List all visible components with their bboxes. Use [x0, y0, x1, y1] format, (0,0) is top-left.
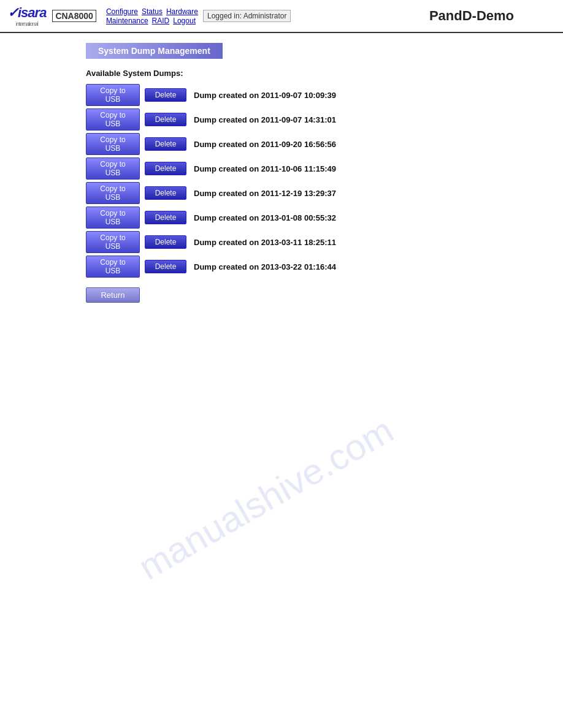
dump-info-5: Dump created on 2011-12-19 13:29:37	[194, 189, 336, 198]
delete-button-7[interactable]: Delete	[145, 235, 186, 249]
dump-row: Copy to USBDeleteDump created on 2011-09…	[86, 108, 477, 131]
dump-info-4: Dump created on 2011-10-06 11:15:49	[194, 164, 336, 173]
device-name: PandD-Demo	[429, 8, 514, 24]
dump-info-2: Dump created on 2011-09-07 14:31:01	[194, 115, 336, 124]
header: ✓isara international CNA8000 Configure S…	[0, 0, 563, 33]
page-title-bar: System Dump Management	[86, 43, 223, 59]
dump-info-6: Dump created on 2013-01-08 00:55:32	[194, 213, 336, 222]
watermark: manualshive.com	[131, 409, 400, 588]
nav-logout[interactable]: Logout	[173, 17, 196, 25]
nav-hardware[interactable]: Hardware	[166, 7, 198, 16]
copy-to-usb-button-7[interactable]: Copy to USB	[86, 231, 140, 253]
return-button[interactable]: Return	[86, 287, 140, 303]
nav-row-1: Configure Status Hardware	[106, 7, 198, 16]
nav-row-2: Maintenance RAID Logout	[106, 17, 198, 25]
international-label: international	[7, 21, 46, 27]
nav-configure[interactable]: Configure	[106, 7, 138, 16]
delete-button-8[interactable]: Delete	[145, 260, 186, 273]
logo-area: ✓isara international CNA8000	[7, 5, 96, 27]
section-label: Available System Dumps:	[86, 69, 477, 78]
cna-model: CNA8000	[52, 10, 96, 22]
copy-to-usb-button-1[interactable]: Copy to USB	[86, 84, 140, 106]
copy-to-usb-button-5[interactable]: Copy to USB	[86, 182, 140, 204]
nav-status[interactable]: Status	[142, 7, 163, 16]
delete-button-1[interactable]: Delete	[145, 88, 186, 102]
delete-button-4[interactable]: Delete	[145, 162, 186, 175]
nav-maintenance[interactable]: Maintenance	[106, 17, 148, 25]
page-title: System Dump Management	[98, 46, 210, 56]
dump-row: Copy to USBDeleteDump created on 2011-09…	[86, 84, 477, 106]
dump-info-3: Dump created on 2011-09-20 16:56:56	[194, 140, 336, 149]
main-content: Available System Dumps: Copy to USBDelet…	[0, 59, 563, 313]
nav-raid[interactable]: RAID	[152, 17, 170, 25]
logged-in-label: Logged in: Administrator	[203, 10, 291, 22]
dump-info-1: Dump created on 2011-09-07 10:09:39	[194, 91, 336, 100]
dump-row: Copy to USBDeleteDump created on 2011-10…	[86, 157, 477, 180]
dump-info-7: Dump created on 2013-03-11 18:25:11	[194, 238, 336, 247]
copy-to-usb-button-6[interactable]: Copy to USB	[86, 207, 140, 229]
visara-logo: ✓isara international	[7, 5, 46, 27]
dump-row: Copy to USBDeleteDump created on 2013-03…	[86, 231, 477, 253]
delete-button-6[interactable]: Delete	[145, 211, 186, 224]
copy-to-usb-button-8[interactable]: Copy to USB	[86, 256, 140, 278]
dump-list: Copy to USBDeleteDump created on 2011-09…	[86, 84, 477, 278]
nav-links: Configure Status Hardware Maintenance RA…	[106, 7, 198, 25]
dump-row: Copy to USBDeleteDump created on 2011-09…	[86, 133, 477, 155]
dump-row: Copy to USBDeleteDump created on 2013-03…	[86, 256, 477, 278]
delete-button-5[interactable]: Delete	[145, 186, 186, 200]
dump-row: Copy to USBDeleteDump created on 2013-01…	[86, 207, 477, 229]
copy-to-usb-button-4[interactable]: Copy to USB	[86, 157, 140, 180]
dump-row: Copy to USBDeleteDump created on 2011-12…	[86, 182, 477, 204]
dump-info-8: Dump created on 2013-03-22 01:16:44	[194, 262, 336, 271]
delete-button-2[interactable]: Delete	[145, 113, 186, 126]
delete-button-3[interactable]: Delete	[145, 137, 186, 151]
copy-to-usb-button-3[interactable]: Copy to USB	[86, 133, 140, 155]
copy-to-usb-button-2[interactable]: Copy to USB	[86, 108, 140, 131]
